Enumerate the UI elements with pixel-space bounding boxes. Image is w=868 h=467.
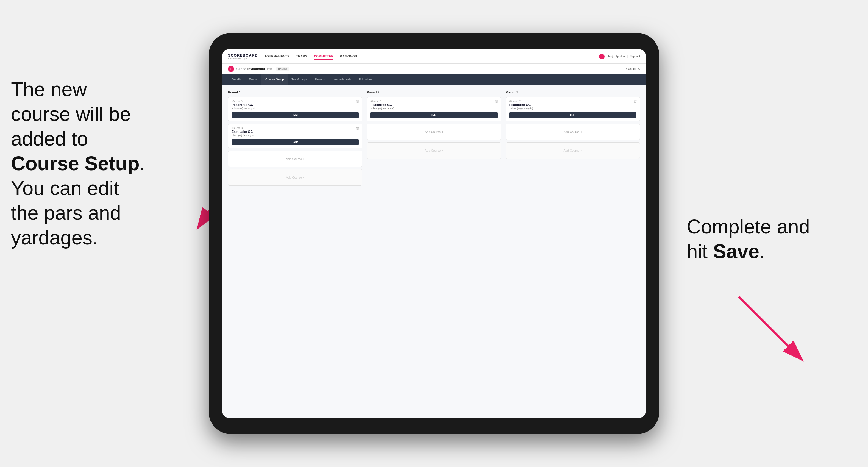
- brand-sub: Powered by clippd: [228, 57, 258, 60]
- round-1-add-course-1[interactable]: Add Course +: [228, 151, 362, 167]
- round-2-course-a-edit-button[interactable]: Edit: [370, 112, 497, 118]
- tablet-shell: SCOREBOARD Powered by clippd TOURNAMENTS…: [209, 33, 659, 434]
- tab-printables[interactable]: Printables: [355, 74, 376, 85]
- round-2-course-a-delete-icon[interactable]: 🗑: [495, 99, 498, 103]
- round-2-add-course-2-label: Add Course +: [425, 149, 443, 152]
- round-2-course-a-detail: Yellow (M) (6629 yds): [370, 107, 497, 110]
- round-3-add-course-1[interactable]: Add Course +: [506, 124, 640, 140]
- course-a-name: Peachtree GC: [231, 103, 359, 107]
- round-1-course-b-delete-icon[interactable]: 🗑: [356, 126, 359, 130]
- top-nav: SCOREBOARD Powered by clippd TOURNAMENTS…: [222, 50, 646, 64]
- round-1-column: Round 1 (Course A) Peachtree GC Yellow (…: [228, 91, 362, 412]
- nav-tournaments[interactable]: TOURNAMENTS: [265, 54, 289, 60]
- round-3-add-course-2: Add Course +: [506, 142, 640, 159]
- round-1-course-b-card: (Course B) East Lake GC Black (M) (6891 …: [228, 124, 362, 148]
- round-2-course-a-name: Peachtree GC: [370, 103, 497, 107]
- course-b-tag: (Course B): [231, 127, 359, 129]
- round-3-course-a-detail: Yellow (M) (6629 yds): [509, 107, 637, 110]
- round-2-add-course-1[interactable]: Add Course +: [367, 124, 501, 140]
- course-b-name: East Lake GC: [231, 130, 359, 134]
- round-1-add-course-1-label: Add Course +: [286, 157, 305, 160]
- round-3-course-a-tag: (Course A): [509, 100, 637, 102]
- gender-label: (Men): [267, 67, 274, 70]
- round-1-course-a-card: (Course A) Peachtree GC Yellow (M) (6629…: [228, 97, 362, 121]
- course-a-detail: Yellow (M) (6629 yds): [231, 107, 359, 110]
- round-3-add-course-1-label: Add Course +: [564, 130, 582, 133]
- cancel-button[interactable]: Cancel ✕: [625, 67, 640, 71]
- right-annotation: Complete and hit Save.: [687, 214, 846, 264]
- tablet-screen: SCOREBOARD Powered by clippd TOURNAMENTS…: [222, 50, 646, 417]
- round-2-add-course-2: Add Course +: [367, 142, 501, 159]
- course-a-tag: (Course A): [231, 100, 359, 102]
- rounds-grid: Round 1 (Course A) Peachtree GC Yellow (…: [228, 91, 640, 412]
- round-2-course-a-tag: (Course A): [370, 100, 497, 102]
- tab-teams[interactable]: Teams: [245, 74, 261, 85]
- tab-results[interactable]: Results: [311, 74, 329, 85]
- round-2-course-a-card: (Course A) Peachtree GC Yellow (M) (6629…: [367, 97, 501, 121]
- tournament-bar: C Clippd Invitational (Men) Hosting Canc…: [222, 64, 646, 74]
- tab-leaderboards[interactable]: Leaderboards: [329, 74, 355, 85]
- top-nav-links: TOURNAMENTS TEAMS COMMITTEE RANKINGS: [265, 54, 599, 60]
- round-1-add-course-2: Add Course +: [228, 169, 362, 186]
- sub-nav: Details Teams Course Setup Tee Groups Re…: [222, 74, 646, 85]
- round-1-course-a-edit-button[interactable]: Edit: [231, 112, 359, 118]
- left-annotation: The new course will be added to Course S…: [11, 77, 203, 250]
- round-3-add-course-2-label: Add Course +: [564, 149, 582, 152]
- round-3-course-a-card: (Course A) Peachtree GC Yellow (M) (6629…: [506, 97, 640, 121]
- round-3-label: Round 3: [506, 91, 640, 94]
- tab-tee-groups[interactable]: Tee Groups: [288, 74, 311, 85]
- tournament-title: Clippd Invitational: [236, 67, 265, 71]
- save-bold: Save: [713, 240, 759, 262]
- round-1-course-a-delete-icon[interactable]: 🗑: [356, 99, 359, 103]
- round-2-label: Round 2: [367, 91, 501, 94]
- tournament-name-group: C Clippd Invitational (Men) Hosting: [228, 66, 289, 72]
- tournament-logo: C: [228, 66, 234, 72]
- round-2-column: Round 2 (Course A) Peachtree GC Yellow (…: [367, 91, 501, 412]
- nav-committee[interactable]: COMMITTEE: [314, 54, 334, 60]
- hosting-badge: Hosting: [276, 67, 289, 71]
- user-avatar: [599, 54, 604, 59]
- round-1-label: Round 1: [228, 91, 362, 94]
- round-1-add-course-2-label: Add Course +: [286, 176, 305, 179]
- round-1-course-b-edit-button[interactable]: Edit: [231, 139, 359, 145]
- round-2-add-course-1-label: Add Course +: [425, 130, 443, 133]
- sign-out-link[interactable]: Sign out: [630, 55, 640, 58]
- main-content: Round 1 (Course A) Peachtree GC Yellow (…: [222, 85, 646, 417]
- round-3-course-a-delete-icon[interactable]: 🗑: [633, 99, 637, 103]
- nav-teams[interactable]: TEAMS: [296, 54, 307, 60]
- nav-rankings[interactable]: RANKINGS: [340, 54, 357, 60]
- round-3-column: Round 3 (Course A) Peachtree GC Yellow (…: [506, 91, 640, 412]
- brand: SCOREBOARD Powered by clippd: [228, 54, 258, 60]
- course-b-detail: Black (M) (6891 yds): [231, 134, 359, 137]
- tab-course-setup[interactable]: Course Setup: [261, 74, 288, 85]
- top-nav-right: blair@clippd.io | Sign out: [599, 54, 640, 59]
- round-3-course-a-name: Peachtree GC: [509, 103, 637, 107]
- brand-title: SCOREBOARD: [228, 54, 258, 57]
- round-3-course-a-edit-button[interactable]: Edit: [509, 112, 637, 118]
- course-setup-bold: Course Setup: [11, 152, 140, 175]
- user-email: blair@clippd.io: [607, 55, 625, 58]
- right-arrow: [728, 291, 821, 368]
- tab-details[interactable]: Details: [228, 74, 245, 85]
